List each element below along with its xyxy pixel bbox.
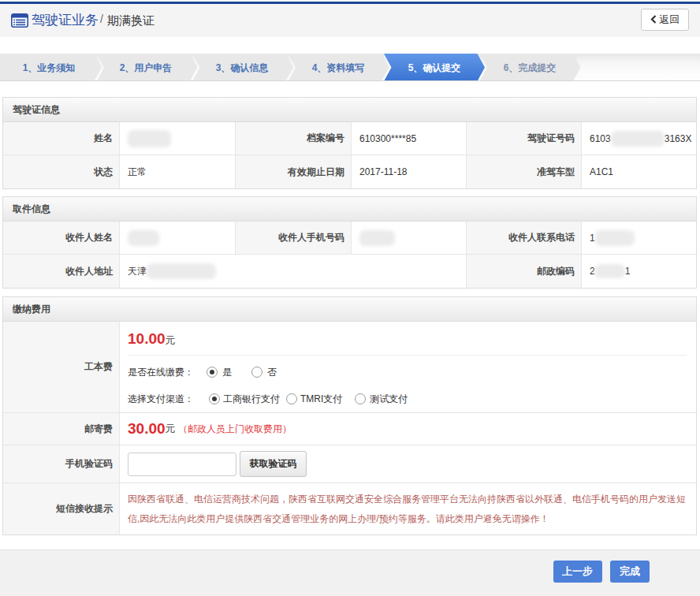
svg-text:5、确认提交: 5、确认提交 [408, 62, 461, 73]
svg-text:4、资料填写: 4、资料填写 [312, 62, 365, 73]
svg-text:6、完成提交: 6、完成提交 [504, 62, 557, 73]
svg-text:3、确认信息: 3、确认信息 [216, 62, 270, 73]
svg-text:1、业务须知: 1、业务须知 [23, 62, 76, 73]
svg-text:2、用户申告: 2、用户申告 [120, 62, 173, 73]
